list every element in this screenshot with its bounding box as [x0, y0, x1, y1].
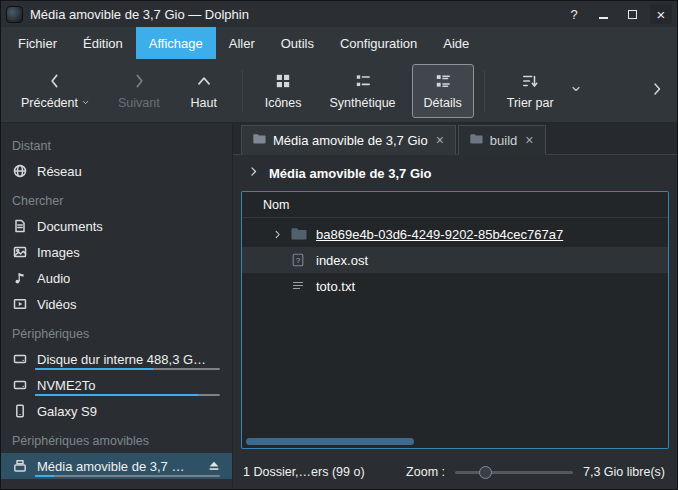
- zoom-slider-track[interactable]: [455, 471, 573, 474]
- horizontal-scrollbar-thumb[interactable]: [246, 438, 414, 445]
- expand-chevron-icon[interactable]: [268, 229, 286, 240]
- dolphin-window: Média amovible de 3,7 Gio — Dolphin ? × …: [0, 0, 678, 490]
- details-view-label: Détails: [424, 96, 462, 110]
- forward-button[interactable]: Suivant: [106, 64, 172, 118]
- disk-usage-bar: [35, 394, 220, 396]
- sidebar-item-videos[interactable]: Vidéos: [1, 291, 232, 317]
- toolbar-overflow-button[interactable]: [645, 77, 669, 104]
- window-title: Média amovible de 3,7 Gio — Dolphin: [30, 7, 249, 22]
- breadcrumb-current: Média amovible de 3,7 Gio: [269, 166, 432, 181]
- back-button[interactable]: Précédent: [9, 64, 102, 118]
- menubar: Fichier Édition Affichage Aller Outils C…: [1, 27, 677, 59]
- folder-icon: [469, 132, 483, 148]
- chevron-down-icon: [81, 96, 90, 110]
- forward-label: Suivant: [118, 96, 160, 110]
- music-note-icon: [12, 270, 28, 286]
- file-name: ba869e4b-03d6-4249-9202-85b4cec767a7: [316, 227, 563, 242]
- sidebar-item-label: Réseau: [37, 164, 82, 179]
- folder-icon: [290, 226, 307, 242]
- globe-icon: [12, 163, 28, 179]
- menu-aller[interactable]: Aller: [216, 27, 268, 59]
- file-row-folder[interactable]: ba869e4b-03d6-4249-9202-85b4cec767a7: [242, 221, 668, 247]
- chevron-up-icon: [195, 72, 213, 93]
- file-row-toto-txt[interactable]: toto.txt: [242, 273, 668, 299]
- app-icon[interactable]: [6, 6, 23, 23]
- sidebar-item-label: Vidéos: [37, 297, 77, 312]
- free-space-label: 7,3 Gio libre(s): [583, 465, 665, 479]
- chevron-left-icon: [46, 72, 64, 93]
- maximize-icon: [628, 10, 637, 19]
- file-row-index-ost[interactable]: ? index.ost: [242, 247, 668, 273]
- hard-drive-icon: [12, 377, 28, 393]
- sidebar-item-nvme2to[interactable]: NVME2To: [1, 372, 232, 398]
- document-icon: [12, 218, 28, 234]
- tab-label: Média amovible de 3,7 Gio: [273, 133, 428, 148]
- tab-bar: Média amovible de 3,7 Gio × build ×: [233, 123, 677, 155]
- tab-close-icon[interactable]: ×: [524, 132, 534, 148]
- sidebar-item-disque-interne[interactable]: Disque dur interne 488,3 G…: [1, 346, 232, 372]
- menu-edition[interactable]: Édition: [70, 27, 136, 59]
- file-rows: ba869e4b-03d6-4249-9202-85b4cec767a7 ? i…: [242, 218, 668, 299]
- places-panel: Distant Réseau Chercher Documents Images…: [1, 123, 233, 489]
- unknown-file-icon: ?: [290, 252, 307, 268]
- sidebar-item-label: Images: [37, 245, 80, 260]
- folder-icon: [252, 132, 266, 148]
- section-header-peripheriques: Périphériques: [1, 317, 232, 346]
- horizontal-scrollbar[interactable]: [246, 438, 664, 445]
- sidebar-item-audio[interactable]: Audio: [1, 265, 232, 291]
- minimize-button[interactable]: [592, 4, 614, 24]
- sidebar-item-media-amovible[interactable]: Média amovible de 3,7 …: [1, 453, 232, 479]
- disk-usage-bar: [35, 475, 220, 477]
- sidebar-item-galaxy-s9[interactable]: Galaxy S9: [1, 398, 232, 424]
- sort-dropdown-chevron-icon[interactable]: [570, 83, 582, 98]
- compact-view-button[interactable]: Synthétique: [318, 64, 408, 118]
- menu-affichage[interactable]: Affichage: [136, 27, 216, 59]
- menu-configuration[interactable]: Configuration: [327, 27, 430, 59]
- icons-view-label: Icônes: [265, 96, 302, 110]
- disk-usage-bar: [35, 368, 220, 370]
- sidebar-item-images[interactable]: Images: [1, 239, 232, 265]
- svg-text:?: ?: [296, 256, 300, 265]
- maximize-button[interactable]: [621, 4, 643, 24]
- toolbar-separator: [242, 70, 243, 112]
- close-button[interactable]: ×: [650, 4, 672, 24]
- video-icon: [12, 296, 28, 312]
- sidebar-item-label: Galaxy S9: [37, 404, 97, 419]
- sidebar-item-label: Disque dur interne 488,3 G…: [37, 352, 206, 367]
- details-list-icon: [434, 72, 452, 93]
- grid-icon: [274, 72, 292, 93]
- chevron-right-icon: [649, 85, 665, 100]
- tab-media-amovible[interactable]: Média amovible de 3,7 Gio ×: [241, 125, 456, 155]
- items-summary: 1 Dossier,…ers (99 o): [243, 465, 365, 479]
- zoom-slider[interactable]: [455, 465, 573, 479]
- removable-drive-icon: [12, 458, 28, 474]
- text-file-icon: [290, 278, 307, 294]
- tab-close-icon[interactable]: ×: [435, 132, 445, 148]
- sidebar-item-documents[interactable]: Documents: [1, 213, 232, 239]
- up-button[interactable]: Haut: [176, 64, 232, 118]
- help-button[interactable]: ?: [563, 4, 585, 24]
- menu-aide[interactable]: Aide: [430, 27, 482, 59]
- details-view-button[interactable]: Détails: [412, 64, 474, 118]
- eject-icon[interactable]: [207, 459, 221, 473]
- hard-drive-icon: [12, 351, 28, 367]
- breadcrumb[interactable]: Média amovible de 3,7 Gio: [233, 155, 677, 191]
- compact-view-label: Synthétique: [330, 96, 396, 110]
- section-header-distant: Distant: [1, 129, 232, 158]
- zoom-slider-handle[interactable]: [479, 466, 492, 479]
- menu-fichier[interactable]: Fichier: [5, 27, 70, 59]
- section-header-amovibles: Périphériques amovibles: [1, 424, 232, 453]
- file-view: Nom ba869e4b-03d6-4249-9202-85b4cec767a7…: [241, 191, 669, 449]
- compact-list-icon: [354, 72, 372, 93]
- image-icon: [12, 244, 28, 260]
- sidebar-item-reseau[interactable]: Réseau: [1, 158, 232, 184]
- menu-outils[interactable]: Outils: [268, 27, 327, 59]
- titlebar: Média amovible de 3,7 Gio — Dolphin ? ×: [1, 1, 677, 27]
- sort-by-button[interactable]: Trier par: [495, 64, 566, 118]
- zoom-label: Zoom :: [406, 465, 445, 479]
- back-label: Précédent: [21, 96, 78, 110]
- tab-label: build: [490, 133, 517, 148]
- tab-build[interactable]: build ×: [458, 125, 546, 155]
- icons-view-button[interactable]: Icônes: [253, 64, 314, 118]
- column-header-name[interactable]: Nom: [242, 192, 668, 218]
